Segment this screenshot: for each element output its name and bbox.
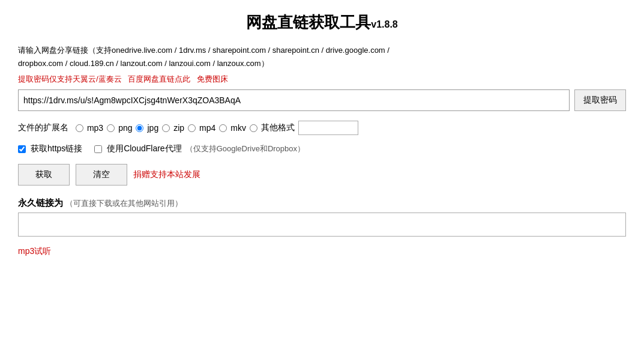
title-area: 网盘直链获取工具v1.8.8 — [18, 12, 626, 33]
extension-row: 文件的扩展名 mp3 png jpg zip mp4 mkv 其他格式 — [18, 121, 626, 135]
result-label-area: 永久链接为 （可直接下载或在其他网站引用） — [18, 198, 626, 209]
clear-button[interactable]: 清空 — [76, 164, 127, 186]
desc-line1: 请输入网盘分享链接（支持onedrive.live.com / 1drv.ms … — [18, 46, 390, 55]
ext-radio-mp3[interactable] — [76, 124, 83, 132]
ext-radio-mkv[interactable] — [219, 124, 227, 132]
result-label-text: 永久链接为 — [18, 198, 63, 208]
extract-password-button[interactable]: 提取密码 — [574, 89, 626, 111]
ext-radio-png[interactable] — [107, 124, 115, 132]
url-row: 提取密码 — [18, 89, 626, 111]
baidu-link[interactable]: 百度网盘直链点此 — [128, 74, 190, 83]
ext-label-mp4[interactable]: mp4 — [199, 123, 215, 133]
desc-line2: dropbox.com / cloud.189.cn / lanzout.com… — [18, 59, 269, 68]
image-host-link[interactable]: 免费图床 — [197, 74, 228, 83]
ext-radio-other[interactable] — [250, 124, 257, 132]
ext-label-zip[interactable]: zip — [173, 123, 184, 133]
ext-label-mp3[interactable]: mp3 — [87, 123, 103, 133]
desc-red-area: 提取密码仅支持天翼云/蓝奏云 百度网盘直链点此 免费图床 — [18, 73, 626, 86]
https-label[interactable]: 获取https链接 — [31, 143, 82, 154]
donate-link[interactable]: 捐赠支持本站发展 — [133, 169, 200, 180]
mp3-preview-area: mp3试听 — [18, 246, 626, 257]
ext-radio-jpg[interactable] — [136, 124, 143, 132]
description-area: 请输入网盘分享链接（支持onedrive.live.com / 1drv.ms … — [18, 44, 626, 70]
result-section: 永久链接为 （可直接下载或在其他网站引用） — [18, 198, 626, 237]
red-text-1: 提取密码仅支持天翼云/蓝奏云 — [18, 74, 122, 83]
get-button[interactable]: 获取 — [18, 164, 70, 186]
mp3-preview-link[interactable]: mp3试听 — [18, 246, 51, 256]
cloudflare-label[interactable]: 使用CloudFlare代理 — [107, 143, 181, 154]
url-input[interactable] — [18, 89, 570, 111]
ext-radio-zip[interactable] — [162, 124, 170, 132]
ext-label-other[interactable]: 其他格式 — [261, 122, 295, 133]
action-row: 获取 清空 捐赠支持本站发展 — [18, 164, 626, 186]
result-input[interactable] — [18, 213, 626, 237]
cloudflare-note: （仅支持GoogleDrive和Dropbox） — [185, 143, 305, 154]
ext-label-mkv[interactable]: mkv — [230, 123, 246, 133]
main-title: 网盘直链获取工具 — [246, 13, 371, 31]
https-checkbox[interactable] — [18, 145, 26, 153]
result-note: （可直接下载或在其他网站引用） — [65, 199, 182, 208]
cloudflare-checkbox[interactable] — [94, 145, 102, 153]
version-label: v1.8.8 — [371, 19, 397, 29]
ext-radio-mp4[interactable] — [188, 124, 196, 132]
ext-label-png[interactable]: png — [118, 123, 132, 133]
ext-other-input[interactable] — [298, 121, 358, 135]
ext-label-jpg[interactable]: jpg — [147, 123, 158, 133]
options-row: 获取https链接 使用CloudFlare代理 （仅支持GoogleDrive… — [18, 143, 626, 154]
ext-label: 文件的扩展名 — [18, 122, 68, 133]
